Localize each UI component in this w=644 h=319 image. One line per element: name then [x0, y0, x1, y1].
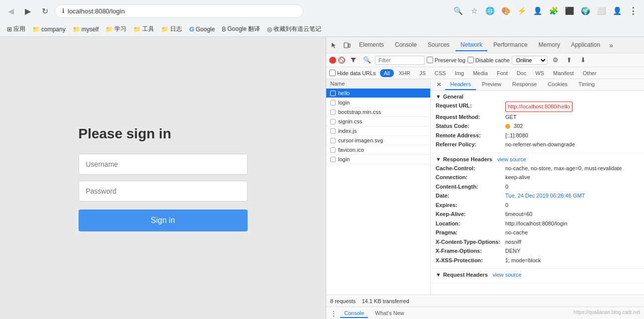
detail-tab-preview[interactable]: Preview — [477, 79, 506, 90]
request-headers-view-source[interactable]: view source — [493, 272, 522, 278]
type-tab-ws[interactable]: WS — [531, 69, 548, 77]
devtools-more-tabs[interactable]: » — [606, 41, 616, 49]
forward-button[interactable]: ▶ — [21, 4, 35, 18]
clear-button[interactable]: 🚫 — [338, 57, 345, 64]
devtools-tab-console[interactable]: Console — [390, 39, 422, 51]
password-input[interactable] — [79, 181, 248, 202]
reload-button[interactable]: ↻ — [38, 4, 52, 18]
filter-icon[interactable] — [347, 54, 359, 66]
response-headers-view-source[interactable]: view source — [497, 156, 526, 162]
lock-icon: ℹ — [62, 7, 65, 14]
star-icon-btn[interactable]: ☆ — [467, 4, 481, 18]
import-har-icon[interactable]: ⬆ — [563, 54, 575, 66]
bookmark-youdao[interactable]: ◎ 收藏到有道云笔记 — [264, 24, 324, 34]
address-bar[interactable]: ℹ localhost:8080/login — [55, 4, 303, 18]
devtools-tab-performance[interactable]: Performance — [488, 39, 533, 51]
ext7-icon[interactable]: 🌍 — [578, 4, 592, 18]
devtools-tab-memory[interactable]: Memory — [534, 39, 565, 51]
type-tab-other[interactable]: Other — [579, 69, 601, 77]
bookmark-diary[interactable]: 📁 日志 — [158, 24, 185, 34]
ext5-icon[interactable]: 🧩 — [547, 4, 560, 18]
folder-icon-diary: 📁 — [161, 26, 169, 33]
menu-icon[interactable]: ⋮ — [626, 4, 640, 18]
hide-data-urls-checkbox[interactable]: Hide data URLs — [329, 70, 376, 76]
back-button[interactable]: ◀ — [4, 4, 18, 18]
general-section-title[interactable]: ▼ General — [436, 94, 639, 100]
referrer-policy-row: Referrer Policy: no-referrer-when-downgr… — [436, 140, 639, 149]
req-name-bootstrap: bootstrap.min.css — [338, 109, 426, 115]
type-tab-manifest[interactable]: Manifest — [549, 69, 578, 77]
request-headers-title[interactable]: ▼ Request Headers view source — [436, 272, 639, 278]
cache-control-key: Cache-Control: — [436, 164, 505, 173]
devtools-tab-application[interactable]: Application — [566, 39, 605, 51]
request-item-indexjs[interactable]: index.js — [326, 126, 430, 136]
search-icon-btn[interactable]: 🔍 — [451, 4, 465, 18]
request-item-login2[interactable]: login — [326, 155, 430, 164]
throttle-settings-icon[interactable]: ⚙ — [550, 54, 561, 66]
device-emulation-icon[interactable] — [341, 39, 353, 51]
bookmark-company[interactable]: 📁 company — [29, 25, 69, 34]
request-item-signin[interactable]: signin.css — [326, 117, 430, 126]
bookmark-label-myself: myself — [82, 26, 99, 33]
svg-rect-0 — [344, 43, 348, 48]
ext3-icon[interactable]: ⚡ — [515, 4, 529, 18]
hamburger-icon[interactable]: ⋮ — [330, 310, 337, 318]
request-item-login1[interactable]: login — [326, 98, 430, 107]
bookmark-apps[interactable]: ⊞ 应用 — [4, 24, 28, 34]
type-tab-img[interactable]: Img — [451, 69, 468, 77]
ext1-icon[interactable]: 🌐 — [483, 4, 497, 18]
request-item-favicon[interactable]: favicon.ico — [326, 145, 430, 155]
bookmark-google[interactable]: G Google — [186, 24, 218, 34]
request-item-hello[interactable]: hello — [326, 89, 430, 98]
detail-tab-response[interactable]: Response — [507, 79, 542, 90]
bookmark-study[interactable]: 📁 学习 — [102, 24, 129, 34]
bookmark-translate[interactable]: B Google 翻译 — [219, 24, 263, 34]
type-tab-css[interactable]: CSS — [431, 69, 450, 77]
devtools-tab-elements[interactable]: Elements — [354, 39, 389, 51]
search-network-icon[interactable]: 🔍 — [361, 54, 373, 66]
cache-control-value: no-cache, no-store, max-age=0, must-reva… — [505, 164, 622, 173]
req-name-login1: login — [338, 100, 426, 106]
name-column-header: Name — [330, 81, 345, 87]
profile-icon[interactable]: 👤 — [610, 4, 624, 18]
bookmark-tools[interactable]: 📁 工具 — [130, 24, 157, 34]
type-tab-media[interactable]: Media — [469, 69, 492, 77]
ext8-icon[interactable]: ⬜ — [594, 4, 608, 18]
console-tab-whats-new[interactable]: What's New — [371, 309, 408, 318]
type-tab-js[interactable]: JS — [415, 69, 430, 77]
record-button[interactable] — [329, 57, 336, 64]
cursor-tool-icon[interactable] — [328, 39, 340, 51]
folder-icon-myself: 📁 — [73, 26, 80, 33]
detail-tab-cookies[interactable]: Cookies — [543, 79, 573, 90]
remote-address-row: Remote Address: [::1]:8080 — [436, 131, 639, 140]
type-tab-xhr[interactable]: XHR — [395, 69, 414, 77]
status-code-key: Status Code: — [436, 122, 505, 130]
ext2-icon[interactable]: 🎨 — [499, 4, 513, 18]
signin-button[interactable]: Sign in — [79, 210, 248, 231]
detail-tab-timing[interactable]: Timing — [573, 79, 600, 90]
username-input[interactable] — [79, 154, 248, 175]
throttle-select[interactable]: Online Fast 3G Slow 3G Offline — [512, 56, 548, 65]
type-tab-doc[interactable]: Doc — [513, 69, 531, 77]
ext6-icon[interactable]: ⬛ — [562, 4, 576, 18]
devtools-tab-network[interactable]: Network — [456, 39, 487, 51]
type-tab-font[interactable]: Font — [493, 69, 512, 77]
close-detail-button[interactable]: × — [434, 80, 444, 90]
request-method-key: Request Method: — [436, 113, 505, 121]
type-tab-all[interactable]: All — [380, 69, 394, 77]
response-headers-title[interactable]: ▼ Response Headers view source — [436, 156, 639, 162]
devtools-tab-sources[interactable]: Sources — [423, 39, 455, 51]
svg-rect-1 — [349, 44, 350, 47]
date-value: Tue, 24 Dec 2019 06:26:46 GMT — [505, 192, 585, 200]
console-tab-console[interactable]: Console — [340, 309, 368, 318]
request-item-bootstrap[interactable]: bootstrap.min.css — [326, 107, 430, 117]
export-har-icon[interactable]: ⬇ — [577, 54, 589, 66]
filter-input[interactable] — [375, 56, 425, 65]
preserve-log-checkbox[interactable]: Preserve log — [427, 57, 465, 63]
apps-icon: ⊞ — [7, 26, 12, 33]
request-item-cursor[interactable]: cursor-imagen.svg — [326, 136, 430, 145]
ext4-icon[interactable]: 👤 — [531, 4, 545, 18]
bookmark-myself[interactable]: 📁 myself — [70, 25, 102, 34]
detail-tab-headers[interactable]: Headers — [445, 79, 476, 90]
disable-cache-checkbox[interactable]: Disable cache — [467, 57, 510, 63]
